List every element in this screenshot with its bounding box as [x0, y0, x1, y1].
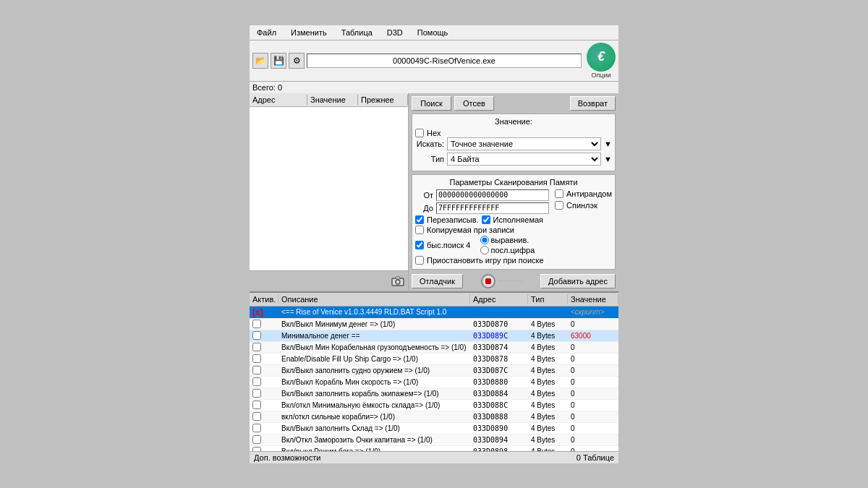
row-checkbox[interactable] [252, 320, 261, 328]
address-bar[interactable] [307, 53, 582, 68]
cell-value: 0 [568, 447, 618, 451]
cb-pause-row: Приостановить игру при поиске [415, 256, 549, 265]
cell-desc: Вкл/Выкл заполнить корабль экипажем=> (1… [278, 389, 470, 398]
row-checkbox[interactable] [252, 343, 261, 351]
logo-icon: € [587, 43, 616, 72]
cell-type: 4 Bytes [528, 401, 568, 410]
type-select[interactable]: 4 Байта [447, 153, 601, 166]
cell-type: 4 Bytes [528, 366, 568, 375]
cell-type: 4 Bytes [528, 447, 568, 451]
save-button[interactable]: 💾 [271, 53, 286, 69]
row-checkbox[interactable] [252, 412, 261, 421]
table-row[interactable]: Минимальное денег ==033D089C4 Bytes63000 [250, 330, 618, 342]
cb-pause-game[interactable] [415, 256, 424, 265]
row-checkbox[interactable] [252, 389, 261, 398]
add-address-button[interactable]: Добавить адрес [540, 274, 616, 288]
cb-fast-search[interactable] [415, 241, 424, 249]
row-checkbox[interactable] [252, 331, 261, 340]
cell-active [250, 319, 278, 329]
debugger-button[interactable]: Отладчик [412, 274, 463, 288]
row-checkbox[interactable] [252, 377, 261, 386]
cell-value: 0 [568, 412, 618, 421]
table-row[interactable]: вкл/откл сильные корабли=> (1/0)033D0888… [250, 411, 618, 423]
cell-value: 0 [568, 320, 618, 329]
table-row[interactable]: Вкл/Выкл Корабль Мин скорость => (1/0)03… [250, 377, 618, 388]
search-button[interactable]: Поиск [412, 96, 451, 111]
menu-help[interactable]: Помощь [413, 27, 453, 38]
radio-align[interactable] [480, 236, 489, 244]
cell-addr: 033D089C [470, 331, 528, 341]
radio-group: выравнив. посл.цифра [480, 236, 535, 254]
table-row[interactable]: [x]<== Rise of Venice v1.0.3.4449 RLD.BA… [250, 307, 618, 319]
cell-active [250, 435, 278, 445]
row-checkbox[interactable] [252, 366, 261, 374]
col-value-header: Значение [568, 294, 618, 304]
cell-active [250, 411, 278, 421]
cell-value: 0 [568, 354, 618, 364]
cb-spinlock[interactable] [555, 201, 563, 210]
table-row[interactable]: Вкл/Выкл заполнить Склад => (1/0)033D089… [250, 423, 618, 435]
left-bottom [250, 270, 408, 291]
logo-area: € Опции [587, 43, 616, 79]
active-x-icon[interactable]: [x] [252, 307, 263, 317]
table-row[interactable]: Вкл/Выкл заполнить корабль экипажем=> (1… [250, 388, 618, 400]
type-label: Тип [415, 155, 444, 163]
results-area [250, 107, 408, 270]
menu-edit[interactable]: Изменить [286, 27, 331, 38]
cb-spinlock-row: Спинлэк [555, 201, 612, 210]
settings-button[interactable]: ⚙ [289, 53, 305, 69]
cell-value: 0 [568, 389, 618, 398]
left-col-headers: Адрес Значение Прежнее [250, 93, 408, 107]
search-type-select[interactable]: Точное значение [447, 137, 601, 150]
cell-addr: 033D0890 [470, 424, 528, 433]
from-input[interactable] [436, 189, 549, 201]
cell-addr [470, 312, 528, 313]
cell-type: 4 Bytes [528, 435, 568, 445]
cb-antirandom-label: Антирандом [566, 189, 612, 198]
menu-table[interactable]: Таблица [337, 27, 377, 38]
menu-file[interactable]: Файл [252, 27, 281, 38]
cell-active [250, 423, 278, 433]
cell-desc: Вкл/Выкл Минимум денег => (1/0) [278, 320, 470, 329]
toolbar: 📂 💾 ⚙ € Опции [250, 40, 618, 82]
cb-copy-on-write[interactable] [415, 226, 424, 234]
cb-executable[interactable] [482, 215, 490, 224]
hex-checkbox[interactable] [415, 129, 424, 137]
logo-subtext: Опции [591, 72, 610, 79]
table-row[interactable]: Enable/Disable Fill Up Ship Cargo => (1/… [250, 354, 618, 365]
table-row[interactable]: Вкл/Выкл заполнить судно оружием => (1/0… [250, 365, 618, 377]
row-checkbox[interactable] [252, 435, 261, 444]
cell-active [250, 354, 278, 364]
col-active-header: Актив. [250, 294, 278, 304]
radio-last-digit[interactable] [480, 246, 489, 254]
table-row[interactable]: Вкл/Выкл Мин Корабельная грузоподъемност… [250, 342, 618, 354]
cell-desc: Вкл/Выкл заполнить судно оружием => (1/0… [278, 366, 470, 375]
cb-rewrite[interactable] [415, 215, 424, 224]
status-right: 0 Таблице [576, 453, 614, 462]
cell-active [250, 377, 278, 387]
cell-desc: Вкл/выкл Режим бога => (1/0) [278, 447, 470, 451]
cell-addr: 033D0870 [470, 320, 528, 329]
row-checkbox[interactable] [252, 354, 261, 363]
search-row: Искать: Точное значение ▼ [415, 137, 612, 150]
table-row[interactable]: Вкл/Выкл Минимум денег => (1/0)033D08704… [250, 319, 618, 330]
return-button[interactable]: Возврат [570, 96, 616, 111]
menu-d3d[interactable]: D3D [383, 27, 407, 38]
table-row[interactable]: Вкл/выкл Режим бога => (1/0)033D08984 By… [250, 446, 618, 451]
cb-antirandom[interactable] [555, 189, 563, 198]
camera-icon[interactable] [391, 274, 405, 288]
cell-addr: 033D0880 [470, 377, 528, 387]
row-checkbox[interactable] [252, 401, 261, 409]
table-row[interactable]: Вкл/откл Минимальную ёмкость склада=> (1… [250, 400, 618, 411]
reset-button[interactable]: Отсев [454, 96, 494, 111]
table-row[interactable]: Вкл/Откл Заморозить Очки капитана => (1/… [250, 435, 618, 446]
value-section: Значение: Hex Искать: Точное значение ▼ … [412, 114, 616, 171]
row-checkbox[interactable] [252, 424, 261, 432]
to-input[interactable] [436, 202, 549, 214]
stop-icon[interactable] [481, 274, 495, 288]
cell-value: 0 [568, 343, 618, 352]
open-button[interactable]: 📂 [252, 53, 268, 69]
cell-active [250, 330, 278, 341]
table-body: [x]<== Rise of Venice v1.0.3.4449 RLD.BA… [250, 307, 618, 451]
row-checkbox[interactable] [252, 447, 261, 451]
